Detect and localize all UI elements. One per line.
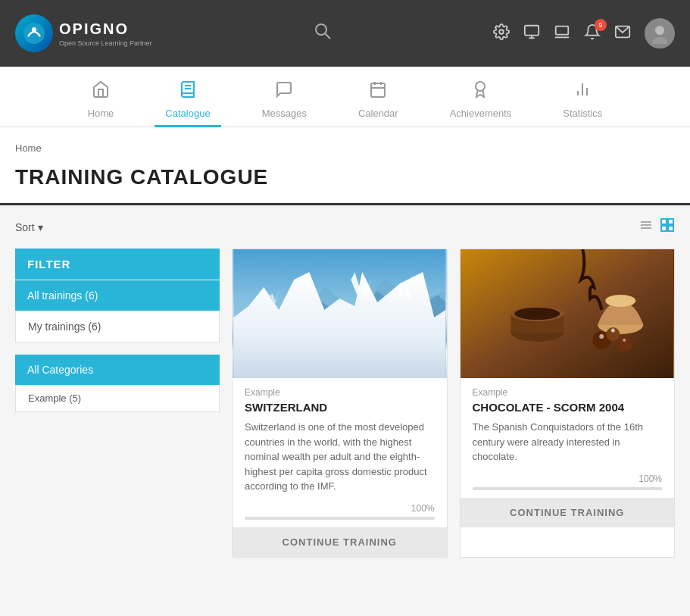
svg-point-18 <box>476 82 485 91</box>
card-chocolate-progress-track <box>473 487 663 490</box>
card-switzerland-progress-track <box>245 517 435 520</box>
filter-all-categories[interactable]: All Categories <box>15 355 220 385</box>
sidebar-filter: FILTER All trainings (6) My trainings (6… <box>15 249 220 558</box>
subnav: Home Catalogue Messages <box>0 67 690 127</box>
sort-label: Sort <box>15 221 35 233</box>
subnav-statistics[interactable]: Statistics <box>552 74 613 127</box>
calendar-icon <box>369 80 387 103</box>
svg-point-1 <box>32 27 36 32</box>
svg-point-0 <box>23 23 45 44</box>
svg-point-42 <box>605 295 635 307</box>
card-chocolate: Example CHOCOLATE - SCORM 2004 The Spani… <box>460 249 676 558</box>
svg-point-4 <box>499 30 504 34</box>
subnav-home-label: Home <box>88 108 114 119</box>
sort-bar: Sort ▾ <box>15 217 675 236</box>
messages-icon <box>275 80 293 103</box>
mail-icon[interactable] <box>614 23 631 44</box>
view-icons <box>638 217 675 236</box>
card-chocolate-title: CHOCOLATE - SCORM 2004 <box>473 401 663 414</box>
breadcrumb-area: Home <box>0 127 690 161</box>
subnav-catalogue[interactable]: Catalogue <box>155 74 220 127</box>
filter-categories-section: All Categories Example (5) <box>15 355 220 412</box>
card-switzerland: Example SWITZERLAND Switzerland is one o… <box>232 249 448 558</box>
filter-example-category[interactable]: Example (5) <box>15 385 220 412</box>
svg-point-48 <box>610 329 614 333</box>
logo[interactable]: OPIGNO Open Source Learning Partner <box>15 14 152 52</box>
filter-all-trainings[interactable]: All trainings (6) <box>15 280 220 311</box>
svg-point-11 <box>652 37 667 44</box>
card-chocolate-description: The Spanish Conquistadors of the 16th ce… <box>473 420 663 464</box>
chevron-down-icon: ▾ <box>38 221 43 233</box>
achievements-icon <box>471 80 489 103</box>
laptop-icon[interactable] <box>554 23 570 44</box>
subnav-calendar-label: Calendar <box>358 108 398 119</box>
svg-rect-27 <box>661 226 667 231</box>
svg-point-10 <box>655 26 664 35</box>
card-chocolate-progress-fill <box>473 487 663 490</box>
svg-rect-14 <box>371 83 385 97</box>
logo-icon <box>15 14 53 52</box>
subnav-calendar[interactable]: Calendar <box>348 74 409 127</box>
content-layout: FILTER All trainings (6) My trainings (6… <box>15 249 675 558</box>
navbar-icons: 9 <box>493 18 675 48</box>
logo-subtitle: Open Source Learning Partner <box>59 39 152 47</box>
subnav-messages-label: Messages <box>262 108 307 119</box>
subnav-home[interactable]: Home <box>77 74 125 127</box>
subnav-catalogue-label: Catalogue <box>165 108 210 119</box>
card-chocolate-progress: 100% <box>473 474 663 484</box>
filter-header: FILTER <box>15 249 220 280</box>
svg-point-2 <box>316 24 326 35</box>
page-title-area: TRAINING CATALOGUE <box>0 161 690 205</box>
card-switzerland-title: SWITZERLAND <box>245 401 435 414</box>
notification-icon[interactable]: 9 <box>584 23 601 44</box>
grid-view-icon[interactable] <box>660 217 675 236</box>
card-switzerland-progress-fill <box>245 517 435 520</box>
card-switzerland-progress: 100% <box>245 503 435 514</box>
svg-rect-8 <box>556 26 569 34</box>
subnav-statistics-label: Statistics <box>563 108 602 119</box>
subnav-achievements[interactable]: Achievements <box>439 74 523 127</box>
card-chocolate-image <box>461 249 675 378</box>
svg-rect-5 <box>525 25 539 35</box>
svg-rect-36 <box>461 249 673 378</box>
avatar[interactable] <box>645 18 675 48</box>
subnav-achievements-label: Achievements <box>450 108 512 119</box>
card-switzerland-body: Example SWITZERLAND Switzerland is one o… <box>233 378 447 527</box>
navbar: OPIGNO Open Source Learning Partner <box>0 0 690 67</box>
monitor-icon[interactable] <box>523 23 540 44</box>
search-icon[interactable] <box>314 22 332 45</box>
card-chocolate-body: Example CHOCOLATE - SCORM 2004 The Spani… <box>461 378 675 498</box>
card-switzerland-description: Switzerland is one of the most developed… <box>245 420 435 494</box>
svg-rect-25 <box>661 219 667 224</box>
card-chocolate-action[interactable]: CONTINUE TRAINING <box>461 498 675 527</box>
svg-point-47 <box>623 339 626 342</box>
card-switzerland-image <box>233 249 447 378</box>
page-title: TRAINING CATALOGUE <box>15 165 675 189</box>
cards-area: Example SWITZERLAND Switzerland is one o… <box>232 249 675 558</box>
notification-badge: 9 <box>595 19 607 31</box>
card-switzerland-action[interactable]: CONTINUE TRAINING <box>233 527 447 557</box>
logo-name: OPIGNO <box>59 20 152 38</box>
list-view-icon[interactable] <box>638 217 654 236</box>
svg-point-46 <box>599 334 604 339</box>
catalogue-icon <box>179 80 197 103</box>
subnav-messages[interactable]: Messages <box>251 74 317 127</box>
statistics-icon <box>573 80 592 103</box>
breadcrumb[interactable]: Home <box>15 142 42 154</box>
home-icon <box>92 80 110 103</box>
sort-button[interactable]: Sort ▾ <box>15 218 43 236</box>
svg-line-3 <box>325 33 330 39</box>
card-switzerland-category: Example <box>245 387 435 398</box>
main-content: Sort ▾ FILTE <box>0 205 690 570</box>
filter-my-trainings[interactable]: My trainings (6) <box>15 311 220 342</box>
svg-rect-28 <box>668 226 673 231</box>
card-chocolate-category: Example <box>473 387 663 398</box>
svg-point-40 <box>514 308 560 320</box>
settings-icon[interactable] <box>493 23 510 44</box>
svg-rect-26 <box>668 219 673 224</box>
